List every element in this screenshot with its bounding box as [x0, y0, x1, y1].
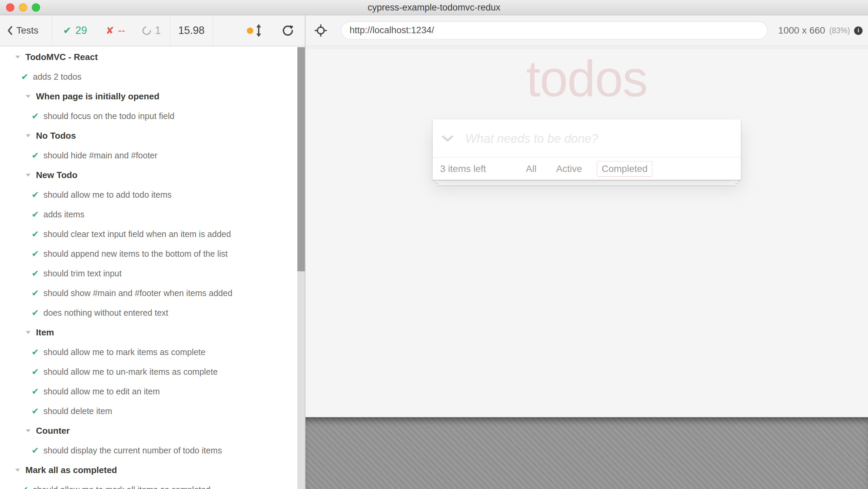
failed-count: -- — [118, 24, 125, 37]
filter-active[interactable]: Active — [551, 161, 587, 177]
filter-all[interactable]: All — [521, 161, 541, 177]
pending-count: 1 — [155, 24, 161, 37]
up-down-arrow-icon — [255, 24, 262, 37]
filter-list: AllActiveCompleted — [433, 158, 741, 180]
test-row[interactable]: ✔ should allow me to mark items as compl… — [6, 342, 297, 362]
test-row[interactable]: ✔ should show #main and #footer when ite… — [6, 283, 297, 303]
suite-row[interactable]: When page is initially opened — [6, 86, 297, 106]
viewport-scale: (83%) — [829, 26, 850, 35]
cypress-runner-window: cypress-example-todomvc-redux Tests ✔ 29… — [0, 0, 868, 489]
suite-row[interactable]: New Todo — [6, 165, 297, 185]
chevron-down-icon — [442, 135, 453, 142]
fail-x-icon: ✘ — [106, 26, 114, 36]
pass-check-icon: ✔ — [32, 387, 40, 396]
test-row[interactable]: ✔ should delete item — [6, 401, 297, 421]
pass-check-icon: ✔ — [32, 230, 40, 238]
back-to-tests-button[interactable]: Tests — [7, 15, 38, 46]
todo-footer: 3 items left AllActiveCompleted — [433, 158, 741, 180]
restart-tests-button[interactable] — [282, 15, 294, 46]
window-title: cypress-example-todomvc-redux — [0, 0, 868, 15]
toolbar-separator — [213, 15, 213, 46]
info-icon[interactable]: i — [854, 26, 863, 35]
test-list: TodoMVC - React ✔ adds 2 todos When page… — [6, 47, 297, 489]
toolbar: Tests ✔ 29 ✘ -- 1 15.98 — [0, 15, 868, 46]
test-reporter: TodoMVC - React ✔ adds 2 todos When page… — [0, 47, 297, 489]
stacked-sheet — [438, 183, 735, 185]
filter-completed[interactable]: Completed — [597, 161, 652, 177]
reporter-scrollbar-track[interactable] — [297, 47, 305, 489]
pass-check-icon: ✔ — [63, 26, 71, 36]
back-label: Tests — [16, 25, 38, 36]
test-row[interactable]: ✔ should append new items to the bottom … — [6, 244, 297, 263]
auto-scroll-indicator-dot — [247, 27, 253, 34]
viewport-info: 1000 x 660 (83%) i — [778, 15, 863, 46]
pass-check-icon: ✔ — [32, 151, 40, 160]
selector-playground-button[interactable] — [315, 15, 327, 46]
suite-row[interactable]: TodoMVC - React — [6, 47, 297, 67]
new-todo-input[interactable] — [465, 119, 733, 158]
test-row[interactable]: ✔ should focus on the todo input field — [6, 106, 297, 126]
test-row[interactable]: ✔ should trim text input — [6, 263, 297, 283]
refresh-icon — [282, 24, 294, 37]
pass-check-icon: ✔ — [32, 308, 40, 317]
todoapp-wrap: todos 3 items left AllActiveCompleted — [433, 47, 741, 185]
failed-stat: ✘ -- — [106, 15, 125, 46]
pass-check-icon: ✔ — [32, 269, 40, 278]
toolbar-separator — [52, 15, 52, 46]
test-row[interactable]: ✔ should display the current number of t… — [6, 441, 297, 460]
test-row[interactable]: ✔ does nothing without entered text — [6, 303, 297, 322]
test-row[interactable]: ✔ adds 2 todos — [6, 67, 297, 86]
suite-row[interactable]: Counter — [6, 421, 297, 441]
pass-check-icon: ✔ — [21, 485, 30, 489]
collapse-triangle-icon — [26, 331, 31, 334]
reporter-scrollbar-thumb[interactable] — [297, 47, 305, 271]
pass-check-icon: ✔ — [32, 190, 40, 199]
collapse-triangle-icon — [15, 469, 20, 472]
pass-check-icon: ✔ — [32, 367, 40, 376]
test-row[interactable]: ✔ should allow me to mark all items as c… — [6, 480, 297, 489]
test-row[interactable]: ✔ should clear text input field when an … — [6, 224, 297, 244]
test-row[interactable]: ✔ should hide #main and #footer — [6, 145, 297, 165]
new-todo-row — [433, 119, 741, 158]
pass-check-icon: ✔ — [32, 348, 40, 356]
stacked-sheet — [435, 180, 738, 183]
total-duration: 15.98 — [170, 15, 213, 46]
test-row[interactable]: ✔ adds items — [6, 204, 297, 224]
pass-check-icon: ✔ — [32, 112, 40, 120]
scroll-toggle-button[interactable] — [255, 15, 262, 46]
viewport-size: 1000 x 660 — [778, 25, 825, 36]
chevron-left-icon — [7, 25, 13, 36]
passed-count: 29 — [75, 24, 87, 37]
toggle-all-button[interactable] — [440, 119, 455, 158]
suite-row[interactable]: Item — [6, 322, 297, 342]
suite-row[interactable]: No Todos — [6, 126, 297, 145]
pass-check-icon: ✔ — [21, 72, 30, 81]
test-row[interactable]: ✔ should allow me to add todo items — [6, 185, 297, 204]
todos-heading: todos — [433, 50, 741, 107]
pass-check-icon: ✔ — [32, 446, 40, 455]
pass-check-icon: ✔ — [32, 289, 40, 297]
titlebar: cypress-example-todomvc-redux — [0, 0, 868, 15]
passed-stat: ✔ 29 — [63, 15, 87, 46]
collapse-triangle-icon — [26, 429, 31, 432]
aut-frame: todos 3 items left AllActiveCompleted — [305, 47, 868, 417]
collapse-triangle-icon — [26, 95, 31, 98]
pass-check-icon: ✔ — [32, 249, 40, 258]
pass-check-icon: ✔ — [32, 210, 40, 219]
dead-zone-stripes — [305, 417, 868, 489]
todoapp-card: 3 items left AllActiveCompleted — [433, 119, 741, 180]
pending-circle-icon — [141, 24, 153, 36]
collapse-triangle-icon — [26, 134, 31, 137]
test-row[interactable]: ✔ should allow me to un-mark items as co… — [6, 362, 297, 382]
pending-stat: 1 — [142, 15, 161, 46]
aut-url-input[interactable]: http://localhost:1234/ — [341, 21, 768, 39]
collapse-triangle-icon — [26, 174, 31, 177]
crosshair-icon — [315, 24, 327, 37]
collapse-triangle-icon — [15, 56, 20, 59]
pass-check-icon: ✔ — [32, 407, 40, 415]
suite-row[interactable]: Mark all as completed — [6, 460, 297, 480]
test-row[interactable]: ✔ should allow me to edit an item — [6, 382, 297, 401]
